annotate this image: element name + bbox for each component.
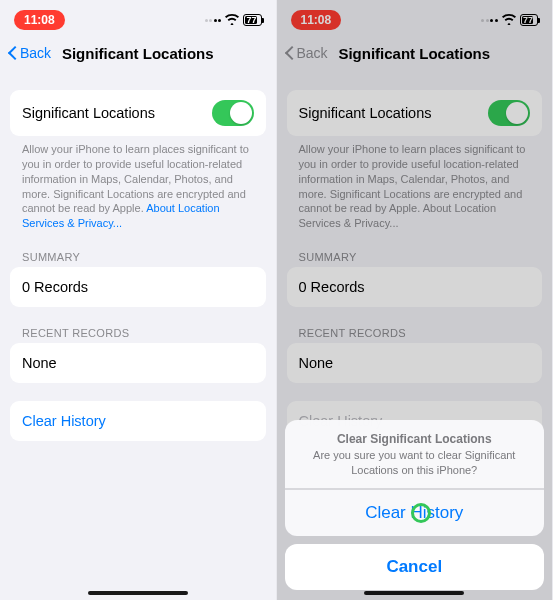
status-time: 11:08	[14, 10, 65, 30]
screen-normal: 11:08 77 Back Significant Locations Sign…	[0, 0, 277, 600]
sheet-header: Clear Significant Locations Are you sure…	[285, 420, 545, 489]
nav-bar: Back Significant Locations	[0, 34, 276, 72]
footer-text: Allow your iPhone to learn places signif…	[10, 136, 266, 231]
summary-row[interactable]: 0 Records	[10, 267, 266, 307]
home-indicator	[364, 591, 464, 595]
chevron-left-icon	[285, 45, 295, 61]
summary-row: 0 Records	[287, 267, 543, 307]
summary-value: 0 Records	[299, 279, 365, 295]
toggle-label: Significant Locations	[299, 105, 432, 121]
home-indicator	[88, 591, 188, 595]
sheet-title: Clear Significant Locations	[301, 432, 529, 446]
sheet-message: Are you sure you want to clear Significa…	[301, 448, 529, 478]
status-time: 11:08	[291, 10, 342, 30]
toggle-switch[interactable]	[212, 100, 254, 126]
summary-value: 0 Records	[22, 279, 88, 295]
sheet-confirm-button[interactable]: Clear History	[285, 489, 545, 536]
content: Significant Locations Allow your iPhone …	[0, 72, 276, 600]
summary-header: SUMMARY	[287, 251, 543, 267]
nav-bar: Back Significant Locations	[277, 34, 553, 72]
status-bar: 11:08 77	[0, 0, 276, 34]
toggle-row-significant-locations: Significant Locations	[287, 90, 543, 136]
toggle-switch	[488, 100, 530, 126]
back-label: Back	[20, 45, 51, 61]
recent-row[interactable]: None	[10, 343, 266, 383]
clear-history-button[interactable]: Clear History	[10, 401, 266, 441]
recent-header: RECENT RECORDS	[10, 327, 266, 343]
back-button[interactable]: Back	[8, 45, 51, 61]
battery-icon: 77	[243, 14, 261, 26]
back-button: Back	[285, 45, 328, 61]
cellular-icon	[481, 19, 498, 22]
recent-row: None	[287, 343, 543, 383]
sheet-cancel-button[interactable]: Cancel	[285, 544, 545, 590]
battery-icon: 77	[520, 14, 538, 26]
chevron-left-icon	[8, 45, 18, 61]
action-sheet: Clear Significant Locations Are you sure…	[285, 420, 545, 590]
toggle-row-significant-locations[interactable]: Significant Locations	[10, 90, 266, 136]
recent-value: None	[299, 355, 334, 371]
footer-text: Allow your iPhone to learn places signif…	[287, 136, 543, 231]
status-bar: 11:08 77	[277, 0, 553, 34]
recent-value: None	[22, 355, 57, 371]
back-label: Back	[297, 45, 328, 61]
wifi-icon	[502, 14, 516, 27]
toggle-label: Significant Locations	[22, 105, 155, 121]
recent-header: RECENT RECORDS	[287, 327, 543, 343]
wifi-icon	[225, 14, 239, 27]
summary-header: SUMMARY	[10, 251, 266, 267]
screen-confirm-dialog: 11:08 77 Back Significant Locations Sign…	[277, 0, 554, 600]
cellular-icon	[205, 19, 222, 22]
